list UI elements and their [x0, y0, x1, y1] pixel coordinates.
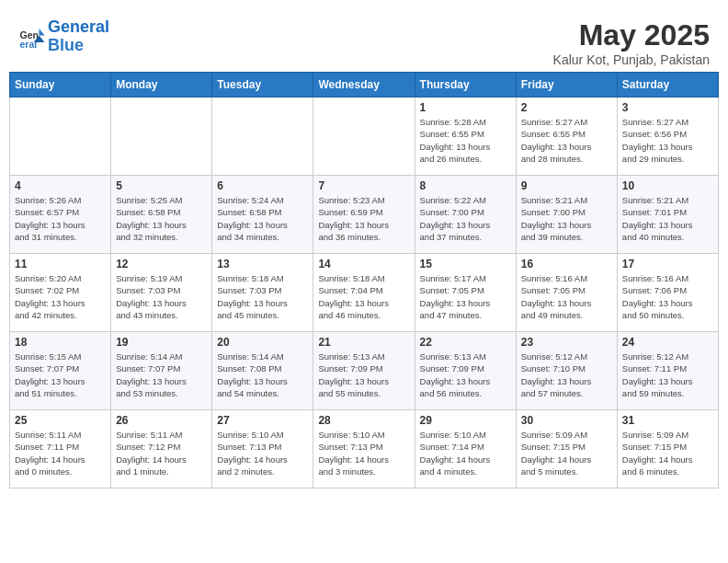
day-info: Sunrise: 5:15 AM Sunset: 7:07 PM Dayligh… — [15, 350, 106, 399]
day-number: 20 — [217, 336, 308, 349]
day-info: Sunrise: 5:11 AM Sunset: 7:12 PM Dayligh… — [116, 429, 207, 477]
day-number: 17 — [622, 258, 713, 270]
day-number: 31 — [622, 414, 713, 427]
calendar-cell: 20Sunrise: 5:14 AM Sunset: 7:08 PM Dayli… — [212, 332, 313, 410]
calendar-cell: 31Sunrise: 5:09 AM Sunset: 7:15 PM Dayli… — [617, 410, 718, 488]
day-header-monday: Monday — [111, 73, 212, 98]
calendar-cell — [10, 98, 111, 176]
calendar-cell: 1Sunrise: 5:28 AM Sunset: 6:55 PM Daylig… — [415, 98, 516, 176]
calendar-cell: 29Sunrise: 5:10 AM Sunset: 7:14 PM Dayli… — [415, 410, 516, 488]
day-number: 19 — [116, 336, 207, 349]
calendar-cell: 11Sunrise: 5:20 AM Sunset: 7:02 PM Dayli… — [10, 254, 111, 332]
day-number: 14 — [318, 258, 409, 270]
day-info: Sunrise: 5:21 AM Sunset: 7:01 PM Dayligh… — [622, 194, 713, 243]
calendar-cell — [111, 98, 212, 176]
calendar-cell: 13Sunrise: 5:18 AM Sunset: 7:03 PM Dayli… — [212, 254, 313, 332]
calendar-cell: 22Sunrise: 5:13 AM Sunset: 7:09 PM Dayli… — [415, 332, 516, 410]
logo-text: General Blue — [48, 18, 109, 55]
day-header-sunday: Sunday — [10, 73, 111, 98]
calendar-cell: 24Sunrise: 5:12 AM Sunset: 7:11 PM Dayli… — [617, 332, 718, 410]
day-number: 27 — [217, 414, 308, 427]
day-info: Sunrise: 5:19 AM Sunset: 7:03 PM Dayligh… — [116, 272, 207, 321]
day-number: 24 — [622, 336, 713, 349]
calendar-cell — [212, 98, 313, 176]
day-info: Sunrise: 5:14 AM Sunset: 7:08 PM Dayligh… — [217, 350, 308, 399]
day-number: 4 — [15, 179, 106, 192]
day-info: Sunrise: 5:12 AM Sunset: 7:10 PM Dayligh… — [521, 350, 612, 399]
calendar-cell: 9Sunrise: 5:21 AM Sunset: 7:00 PM Daylig… — [516, 176, 617, 254]
calendar-cell: 6Sunrise: 5:24 AM Sunset: 6:58 PM Daylig… — [212, 176, 313, 254]
day-info: Sunrise: 5:18 AM Sunset: 7:04 PM Dayligh… — [318, 272, 409, 321]
day-header-friday: Friday — [516, 73, 617, 98]
calendar-week-row: 18Sunrise: 5:15 AM Sunset: 7:07 PM Dayli… — [10, 332, 719, 410]
day-number: 15 — [420, 258, 511, 270]
svg-marker-2 — [40, 29, 45, 36]
day-info: Sunrise: 5:22 AM Sunset: 7:00 PM Dayligh… — [420, 194, 511, 243]
logo: Gen eral General Blue — [18, 18, 109, 55]
day-info: Sunrise: 5:16 AM Sunset: 7:06 PM Dayligh… — [622, 272, 713, 321]
day-number: 11 — [15, 258, 106, 270]
day-info: Sunrise: 5:28 AM Sunset: 6:55 PM Dayligh… — [420, 116, 511, 165]
day-number: 12 — [116, 258, 207, 270]
calendar-cell: 5Sunrise: 5:25 AM Sunset: 6:58 PM Daylig… — [111, 176, 212, 254]
day-info: Sunrise: 5:27 AM Sunset: 6:55 PM Dayligh… — [521, 116, 612, 165]
day-header-wednesday: Wednesday — [313, 73, 415, 98]
day-info: Sunrise: 5:11 AM Sunset: 7:11 PM Dayligh… — [15, 429, 106, 477]
calendar-cell: 8Sunrise: 5:22 AM Sunset: 7:00 PM Daylig… — [415, 176, 516, 254]
day-number: 22 — [420, 336, 511, 349]
day-header-thursday: Thursday — [415, 73, 516, 98]
day-number: 13 — [217, 258, 308, 270]
calendar-body: 1Sunrise: 5:28 AM Sunset: 6:55 PM Daylig… — [10, 98, 719, 488]
day-number: 21 — [318, 336, 409, 349]
day-header-tuesday: Tuesday — [212, 73, 313, 98]
calendar-cell: 15Sunrise: 5:17 AM Sunset: 7:05 PM Dayli… — [415, 254, 516, 332]
day-number: 30 — [521, 414, 612, 427]
calendar-cell: 7Sunrise: 5:23 AM Sunset: 6:59 PM Daylig… — [313, 176, 415, 254]
day-number: 18 — [15, 336, 106, 349]
calendar-cell: 21Sunrise: 5:13 AM Sunset: 7:09 PM Dayli… — [313, 332, 415, 410]
svg-text:eral: eral — [20, 39, 38, 50]
day-number: 3 — [622, 101, 713, 114]
logo-icon: Gen eral — [18, 23, 46, 51]
day-number: 5 — [116, 179, 207, 192]
day-number: 6 — [217, 179, 308, 192]
day-info: Sunrise: 5:10 AM Sunset: 7:14 PM Dayligh… — [420, 429, 511, 477]
calendar-cell: 28Sunrise: 5:10 AM Sunset: 7:13 PM Dayli… — [313, 410, 415, 488]
day-number: 26 — [116, 414, 207, 427]
day-info: Sunrise: 5:18 AM Sunset: 7:03 PM Dayligh… — [217, 272, 308, 321]
day-number: 28 — [318, 414, 409, 427]
calendar-cell — [313, 98, 415, 176]
day-number: 8 — [420, 179, 511, 192]
calendar-cell: 3Sunrise: 5:27 AM Sunset: 6:56 PM Daylig… — [617, 98, 718, 176]
calendar-week-row: 25Sunrise: 5:11 AM Sunset: 7:11 PM Dayli… — [10, 410, 719, 488]
calendar-cell: 27Sunrise: 5:10 AM Sunset: 7:13 PM Dayli… — [212, 410, 313, 488]
day-number: 2 — [521, 101, 612, 114]
location-title: Kalur Kot, Punjab, Pakistan — [553, 52, 710, 67]
month-title: May 2025 — [553, 18, 710, 52]
calendar-cell: 23Sunrise: 5:12 AM Sunset: 7:10 PM Dayli… — [516, 332, 617, 410]
day-number: 7 — [318, 179, 409, 192]
calendar-week-row: 1Sunrise: 5:28 AM Sunset: 6:55 PM Daylig… — [10, 98, 719, 176]
day-number: 25 — [15, 414, 106, 427]
calendar-cell: 18Sunrise: 5:15 AM Sunset: 7:07 PM Dayli… — [10, 332, 111, 410]
calendar-week-row: 11Sunrise: 5:20 AM Sunset: 7:02 PM Dayli… — [10, 254, 719, 332]
day-number: 23 — [521, 336, 612, 349]
calendar-cell: 16Sunrise: 5:16 AM Sunset: 7:05 PM Dayli… — [516, 254, 617, 332]
calendar-cell: 10Sunrise: 5:21 AM Sunset: 7:01 PM Dayli… — [617, 176, 718, 254]
day-number: 16 — [521, 258, 612, 270]
day-info: Sunrise: 5:27 AM Sunset: 6:56 PM Dayligh… — [622, 116, 713, 165]
day-info: Sunrise: 5:10 AM Sunset: 7:13 PM Dayligh… — [217, 429, 308, 477]
title-block: May 2025 Kalur Kot, Punjab, Pakistan — [553, 18, 710, 67]
calendar-header-row: SundayMondayTuesdayWednesdayThursdayFrid… — [10, 73, 719, 98]
day-info: Sunrise: 5:23 AM Sunset: 6:59 PM Dayligh… — [318, 194, 409, 243]
day-info: Sunrise: 5:14 AM Sunset: 7:07 PM Dayligh… — [116, 350, 207, 399]
day-header-saturday: Saturday — [617, 73, 718, 98]
day-number: 10 — [622, 179, 713, 192]
calendar-cell: 30Sunrise: 5:09 AM Sunset: 7:15 PM Dayli… — [516, 410, 617, 488]
calendar-cell: 4Sunrise: 5:26 AM Sunset: 6:57 PM Daylig… — [10, 176, 111, 254]
calendar-cell: 2Sunrise: 5:27 AM Sunset: 6:55 PM Daylig… — [516, 98, 617, 176]
calendar-cell: 25Sunrise: 5:11 AM Sunset: 7:11 PM Dayli… — [10, 410, 111, 488]
calendar-cell: 17Sunrise: 5:16 AM Sunset: 7:06 PM Dayli… — [617, 254, 718, 332]
day-info: Sunrise: 5:25 AM Sunset: 6:58 PM Dayligh… — [116, 194, 207, 243]
calendar-cell: 19Sunrise: 5:14 AM Sunset: 7:07 PM Dayli… — [111, 332, 212, 410]
